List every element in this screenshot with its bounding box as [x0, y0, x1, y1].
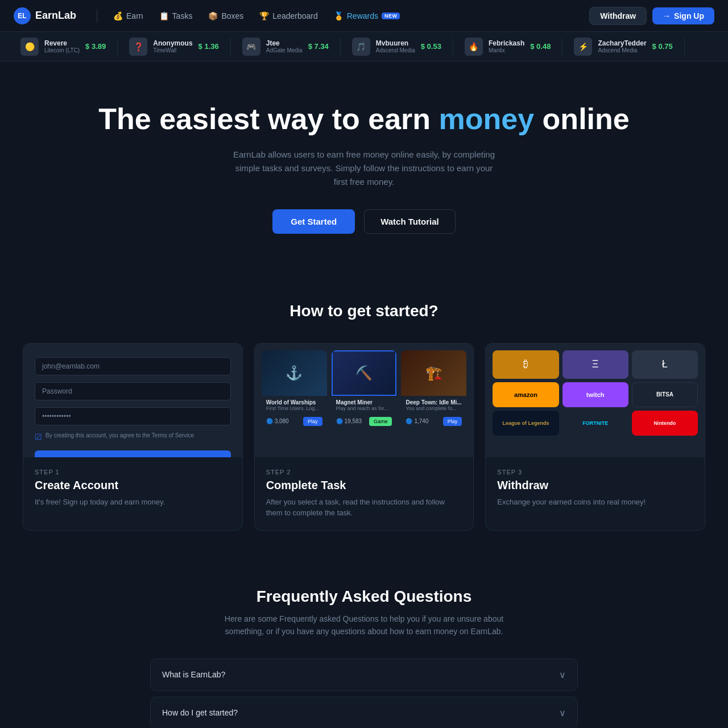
- hero-buttons: Get Started Watch Tutorial: [14, 209, 714, 234]
- task-play-btn-3[interactable]: Play: [443, 417, 462, 426]
- ticker-name-1: Revere: [44, 39, 80, 47]
- tasks-preview: ⚓ World of Warships First Time Users. Lo…: [255, 344, 474, 436]
- task-play-btn-1[interactable]: Play: [303, 417, 322, 426]
- step-1-preview: john@earnlab.com Password •••••••••••• ☑…: [23, 344, 242, 457]
- nav-leaderboard-label: Leaderboard: [272, 11, 317, 20]
- faq-item-1: What is EarnLab? ∨: [150, 659, 578, 691]
- ticker-amount-3: $ 7.34: [308, 42, 329, 51]
- ticker-amount-5: $ 0.48: [530, 42, 551, 51]
- nav-rewards-label: Rewards: [347, 11, 378, 20]
- earnings-ticker: 🟡 Revere Litecoin (LTC) $ 3.89 ❓ Anonymo…: [0, 32, 728, 61]
- ticker-amount-2: $ 1.36: [198, 42, 219, 51]
- how-title: How to get started?: [14, 302, 714, 320]
- nav-tasks[interactable]: 📋 Tasks: [152, 8, 200, 24]
- step-2-desc: After you select a task, read the instru…: [266, 497, 462, 519]
- task-footer-2: 🔵 19,583 Game: [332, 415, 397, 429]
- task-img-1: ⚓: [262, 350, 327, 396]
- ticker-info-1: Revere Litecoin (LTC): [44, 39, 80, 53]
- form-btn-label: Sign Up: [40, 456, 68, 457]
- signup-button[interactable]: → Sign Up: [652, 7, 714, 24]
- gift-bitsa: BITSA: [632, 382, 698, 407]
- nav-leaderboard[interactable]: 🏆 Leaderboard: [253, 8, 324, 24]
- form-signup-btn: Sign Up →: [35, 450, 231, 457]
- task-title-1: World of Warships: [266, 399, 322, 406]
- faq-header-1[interactable]: What is EarnLab? ∨: [151, 659, 577, 690]
- watch-tutorial-button[interactable]: Watch Tutorial: [364, 209, 456, 234]
- brand-name: EarnLab: [35, 10, 76, 22]
- ticker-avatar-4: 🎵: [352, 38, 370, 56]
- ticker-avatar-2: ❓: [129, 38, 147, 56]
- task-sub-2: Play and reach as for...: [336, 406, 392, 411]
- form-checkbox: ☑ By creating this account, you agree to…: [35, 432, 231, 441]
- nav-tasks-label: Tasks: [172, 11, 193, 20]
- ticker-name-5: Febrickash: [489, 39, 524, 47]
- ticker-info-5: Febrickash Manlix: [489, 39, 524, 53]
- ticker-info-3: Jtee AdGate Media: [266, 39, 303, 53]
- step-2-preview: ⚓ World of Warships First Time Users. Lo…: [255, 344, 474, 457]
- ticker-name-2: Anonymous: [153, 39, 192, 47]
- gift-nintendo: Nintendo: [632, 411, 698, 436]
- form-btn-arrow: →: [218, 456, 225, 457]
- hero-section: The easiest way to earn money online Ear…: [0, 61, 728, 268]
- ticker-info-4: Mvbuuren Adscend Media: [376, 39, 415, 53]
- faq-question-1: What is EarnLab?: [162, 670, 225, 679]
- step-3-label: STEP 3: [497, 469, 693, 475]
- crypto-btc: ₿: [493, 350, 559, 379]
- task-mini-1: ⚓ World of Warships First Time Users. Lo…: [262, 350, 327, 429]
- withdraw-button[interactable]: Withdraw: [589, 7, 647, 25]
- ticker-info-2: Anonymous TimeWall: [153, 39, 192, 53]
- faq-title: Frequently Asked Questions: [150, 588, 578, 606]
- ticker-item-1: 🟡 Revere Litecoin (LTC) $ 3.89: [9, 38, 118, 56]
- task-img-3: 🏗️: [401, 350, 466, 396]
- ticker-item-2: ❓ Anonymous TimeWall $ 1.36: [118, 38, 231, 56]
- faq-subtitle: Here are some Frequently asked Questions…: [205, 613, 523, 638]
- step-1-label: STEP 1: [35, 469, 231, 475]
- gift-fortnite: FORTNITE: [562, 411, 628, 436]
- ticker-item-4: 🎵 Mvbuuren Adscend Media $ 0.53: [341, 38, 453, 56]
- task-coins-3: 🔵 1,740: [406, 418, 428, 424]
- ticker-item-5: 🔥 Febrickash Manlix $ 0.48: [453, 38, 563, 56]
- rewards-icon: 🏅: [334, 11, 344, 20]
- hero-title-accent: money: [439, 102, 535, 135]
- faq-chevron-2: ∨: [559, 708, 566, 718]
- step-3-name: Withdraw: [497, 479, 693, 492]
- get-started-button[interactable]: Get Started: [272, 209, 355, 234]
- task-sub-1: First Time Users. Log...: [266, 406, 322, 411]
- ticker-sub-2: TimeWall: [153, 47, 192, 53]
- ticker-sub-4: Adscend Media: [376, 47, 415, 53]
- crypto-grid: ₿ Ξ Ł: [493, 350, 698, 379]
- withdraw-preview: ₿ Ξ Ł amazon twitch BITSA League of Lege…: [486, 344, 705, 442]
- step-2-card: ⚓ World of Warships First Time Users. Lo…: [254, 343, 474, 531]
- faq-header-2[interactable]: How do I get started? ∨: [151, 697, 577, 728]
- task-coins-2: 🔵 19,583: [336, 418, 362, 424]
- navbar-actions: Withdraw → Sign Up: [589, 7, 714, 25]
- hero-title: The easiest way to earn money online: [14, 102, 714, 136]
- rewards-badge: NEW: [382, 13, 400, 19]
- ticker-avatar-3: 🎮: [242, 38, 260, 56]
- step-1-card: john@earnlab.com Password •••••••••••• ☑…: [23, 343, 243, 531]
- step-1-name: Create Account: [35, 479, 231, 492]
- gift-grid: amazon twitch BITSA League of Legends FO…: [493, 382, 698, 436]
- step-2-label: STEP 2: [266, 469, 462, 475]
- gift-lol: League of Legends: [493, 411, 559, 436]
- step-3-preview: ₿ Ξ Ł amazon twitch BITSA League of Lege…: [486, 344, 705, 457]
- task-footer-3: 🔵 1,740 Play: [401, 415, 466, 429]
- ticker-sub-3: AdGate Media: [266, 47, 303, 53]
- task-img-2: ⛏️: [332, 350, 397, 396]
- logo-icon: EL: [14, 7, 31, 24]
- nav-earn[interactable]: 💰 Earn: [106, 8, 150, 24]
- step-1-form: john@earnlab.com Password •••••••••••• ☑…: [23, 344, 242, 457]
- brand-logo[interactable]: EL EarnLab: [14, 7, 76, 24]
- task-info-3: Deep Town: Idle Mi... You and complete f…: [401, 396, 466, 415]
- ticker-avatar-5: 🔥: [465, 38, 483, 56]
- leaderboard-icon: 🏆: [259, 11, 269, 20]
- ticker-amount-4: $ 0.53: [421, 42, 441, 51]
- gift-twitch: twitch: [562, 382, 628, 407]
- hero-title-before: The easiest way to earn: [98, 102, 439, 135]
- nav-rewards[interactable]: 🏅 Rewards NEW: [327, 8, 407, 24]
- task-play-btn-2[interactable]: Game: [369, 417, 392, 426]
- faq-chevron-1: ∨: [559, 669, 566, 680]
- nav-boxes[interactable]: 📦 Boxes: [201, 8, 250, 24]
- boxes-icon: 📦: [208, 11, 218, 20]
- ticker-info-6: ZacharyTedder Adscend Media: [598, 39, 646, 53]
